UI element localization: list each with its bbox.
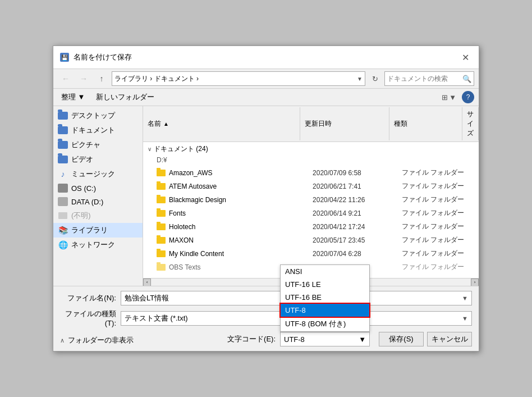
new-folder-button[interactable]: 新しいフォルダー [93,91,158,103]
help-button[interactable]: ? [462,91,474,103]
file-list[interactable]: ∨ ドキュメント (24) D:¥ Amazon_AWS 2020/07/09 … [143,142,479,278]
folder-icon-5 [157,237,166,244]
folder-icon-7 [157,264,166,271]
sidebar-label-data-d: DATA (D:) [71,198,103,206]
encoding-option-utf8bom[interactable]: UTF-8 (BOM 付き) [281,317,369,331]
videos-icon [58,155,68,164]
encoding-label: 文字コード(E): [227,334,276,344]
sidebar-label-network: ネットワーク [71,240,115,250]
organize-button[interactable]: 整理 ▼ [58,91,88,103]
file-date-5: 2020/05/17 23:45 [313,236,402,244]
os-c-icon [58,184,68,193]
file-type-6: ファイル フォルダー [402,249,474,258]
sidebar-item-music[interactable]: ♪ ミュージック [53,167,143,181]
col-header-size[interactable]: サイズ [462,107,479,140]
unknown-drive-icon [58,211,68,220]
sidebar-item-network[interactable]: 🌐 ネットワーク [53,238,143,252]
folder-group-header: ∨ ドキュメント (24) [143,142,479,156]
folder-toggle[interactable]: ∧ フォルダーの非表示 [60,332,134,346]
sidebar-item-desktop[interactable]: デスクトップ [53,108,143,123]
sidebar-item-videos[interactable]: ビデオ [53,152,143,167]
folder-icon-2 [157,197,166,203]
encoding-option-utf16le[interactable]: UTF-16 LE [281,278,369,291]
dialog-icon: 💾 [60,53,69,62]
file-date-0: 2020/07/09 6:58 [313,169,402,177]
refresh-button[interactable]: ↻ [368,71,382,86]
file-name-1: ATEM Autosave [169,182,217,190]
file-name-0: Amazon_AWS [169,169,213,177]
sidebar-item-data-d[interactable]: DATA (D:) [53,195,143,208]
filetype-value: テキスト文書 (*.txt) [125,313,188,323]
file-name-7: OBS Texts [169,263,200,271]
sidebar-label-pictures: ピクチャ [71,140,100,150]
encoding-option-utf8[interactable]: UTF-8 [281,304,369,317]
file-row-1[interactable]: ATEM Autosave 2020/06/21 7:41 ファイル フォルダー [143,180,479,193]
file-row-0[interactable]: Amazon_AWS 2020/07/09 6:58 ファイル フォルダー [143,166,479,180]
file-type-2: ファイル フォルダー [402,195,474,204]
folder-icon-6 [157,250,166,257]
sidebar-label-desktop: デスクトップ [71,111,115,121]
file-name-4: Holotech [169,223,195,231]
file-row-3[interactable]: Fonts 2020/06/14 9:21 ファイル フォルダー [143,207,479,220]
filetype-dropdown-icon[interactable]: ▼ [462,315,468,322]
file-row-4[interactable]: Holotech 2020/04/12 17:24 ファイル フォルダー [143,220,479,234]
folder-icon-4 [157,223,166,230]
col-header-type[interactable]: 種類 [389,107,462,140]
view-button[interactable]: ⊞ ▼ [439,92,458,103]
folder-icon-3 [157,210,166,217]
search-box[interactable]: 🔍 [384,71,474,86]
search-input[interactable] [387,75,462,83]
pictures-icon [58,140,68,149]
encoding-option-utf16be[interactable]: UTF-16 BE [281,291,369,304]
scroll-left-button[interactable]: ‹ [143,279,151,286]
scroll-right-button[interactable]: › [471,279,479,286]
file-row-6[interactable]: My Kindle Content 2020/07/04 6:28 ファイル フ… [143,247,479,261]
col-header-date[interactable]: 更新日時 [300,107,390,140]
data-d-icon [58,197,68,206]
action-bar: 整理 ▼ 新しいフォルダー ⊞ ▼ ? [53,89,479,106]
sidebar-item-pictures[interactable]: ピクチャ [53,138,143,152]
encoding-option-ansi[interactable]: ANSI [281,265,369,278]
sidebar-item-documents[interactable]: ドキュメント [53,123,143,138]
sidebar-label-os-c: OS (C:) [71,184,96,193]
dialog-title: 名前を付けて保存 [74,52,132,62]
address-text: ライブラリ › ドキュメント › [114,74,355,84]
file-type-5: ファイル フォルダー [402,235,474,245]
music-icon: ♪ [58,170,68,179]
sidebar: デスクトップ ドキュメント ピクチャ ビデオ [53,106,143,286]
sort-arrow-icon: ▲ [163,121,169,127]
address-dropdown-icon[interactable]: ▼ [357,76,363,82]
sidebar-item-library[interactable]: 📚 ライブラリ [53,223,143,238]
group-path: D:¥ [143,156,479,166]
file-date-1: 2020/06/21 7:41 [313,182,402,190]
back-button[interactable]: ← [58,71,74,86]
toggle-label[interactable]: フォルダーの非表示 [68,335,134,345]
filename-value: 勉強会LT情報 [125,293,169,303]
cancel-button[interactable]: キャンセル [427,332,472,346]
view-icon: ⊞ [442,93,448,102]
title-bar: 💾 名前を付けて保存 ✕ [53,46,479,69]
forward-button[interactable]: → [76,71,91,86]
up-button[interactable]: ↑ [94,71,109,86]
encoding-select[interactable]: UTF-8 ▼ [280,332,370,346]
save-button[interactable]: 保存(S) [379,332,424,346]
file-row-2[interactable]: Blackmagic Design 2020/04/22 11:26 ファイル … [143,193,479,207]
network-icon: 🌐 [58,240,68,249]
encoding-dropdown[interactable]: UTF-8 ▼ ANSI UTF-16 LE UTF-16 BE UTF-8 U… [280,332,370,346]
group-toggle[interactable]: ∨ [148,146,152,152]
file-row-5[interactable]: MAXON 2020/05/17 23:45 ファイル フォルダー [143,234,479,247]
sidebar-item-os-c[interactable]: OS (C:) [53,181,143,195]
file-date-2: 2020/04/22 11:26 [313,196,402,204]
main-area: デスクトップ ドキュメント ピクチャ ビデオ [53,106,479,286]
sidebar-label-unknown: (不明) [71,211,91,221]
action-row: ∧ フォルダーの非表示 文字コード(E): UTF-8 ▼ ANSI UTF-1… [60,332,472,346]
sidebar-item-unknown[interactable]: (不明) [53,208,143,223]
col-header-name[interactable]: 名前 ▲ [143,107,300,140]
action-buttons: 保存(S) キャンセル [379,332,472,346]
library-icon: 📚 [58,226,68,235]
close-button[interactable]: ✕ [458,51,472,64]
filename-dropdown-icon[interactable]: ▼ [462,295,468,302]
folder-icon-1 [157,183,166,190]
file-type-3: ファイル フォルダー [402,208,474,218]
address-bar[interactable]: ライブラリ › ドキュメント › ▼ [112,71,365,86]
